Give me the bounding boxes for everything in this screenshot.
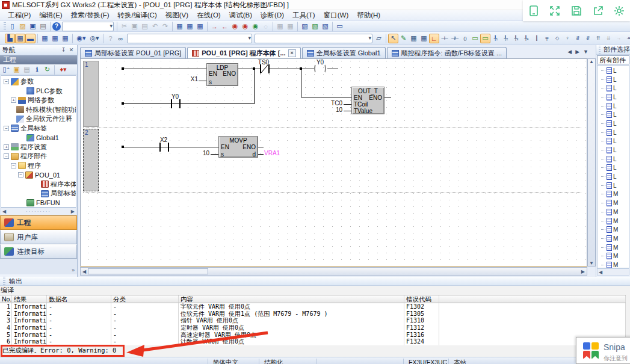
- remote-operation-icon[interactable]: ▭: [335, 22, 345, 31]
- dev-grid-icon[interactable]: ▦: [50, 34, 60, 43]
- capture-window-icon[interactable]: [528, 5, 540, 17]
- tree-item-network-parameter[interactable]: + 网络参数: [1, 96, 76, 105]
- parts-list-item[interactable]: M: [598, 217, 629, 226]
- device-comment-icon[interactable]: ▦: [174, 22, 185, 31]
- close-branch-icon[interactable]: ╀₂: [501, 34, 511, 43]
- select-mode-icon[interactable]: ↖: [388, 34, 398, 43]
- parts-list-item[interactable]: L: [598, 155, 629, 164]
- close-icon[interactable]: ✕: [67, 46, 75, 54]
- tab-program-body[interactable]: POU_01 [PRG] 程序本体 [... ×: [187, 47, 300, 58]
- menu-item[interactable]: 搜索/替换(F): [67, 10, 114, 21]
- column-header[interactable]: No.: [0, 295, 12, 303]
- parts-list-item[interactable]: L: [598, 93, 629, 102]
- expander-icon[interactable]: +: [11, 97, 16, 103]
- parts-list-item[interactable]: M: [598, 199, 629, 208]
- inline-st-icon[interactable]: ⇈: [593, 34, 603, 43]
- tree-horizontal-scrollbar[interactable]: ◀·········▶: [1, 208, 76, 215]
- open-branch-icon[interactable]: ╀₁: [490, 34, 501, 43]
- parts-list-item[interactable]: L: [598, 137, 629, 146]
- snipaste-notification[interactable]: Snipa 你注意到: [576, 337, 630, 364]
- save-image-icon[interactable]: [570, 5, 582, 17]
- dev-comment-icon[interactable]: ▦: [40, 34, 50, 43]
- window-combo[interactable]: [62, 22, 114, 31]
- expander-icon[interactable]: −: [18, 172, 23, 177]
- rising-pulse-icon[interactable]: ◇: [552, 34, 562, 43]
- parallel-close-icon[interactable]: ╀₄: [521, 34, 531, 43]
- device-label-tc0[interactable]: TC0: [324, 100, 342, 106]
- module-config-icon[interactable]: ▦: [15, 34, 25, 43]
- new-data-icon[interactable]: ▯⁺: [1, 65, 11, 75]
- nav-button-user-library[interactable]: 用户库: [0, 230, 77, 244]
- label-box-icon[interactable]: ▭: [480, 34, 490, 43]
- column-header[interactable]: 内容: [179, 295, 404, 303]
- menu-item[interactable]: 诊断(D): [256, 10, 288, 21]
- zoom-find-dropdown-icon[interactable]: ◎▾: [88, 34, 101, 43]
- parts-list-item[interactable]: M: [598, 243, 629, 252]
- table-row[interactable]: 3 Information - - 指针 VAR用 使用0点 F1310: [0, 317, 626, 324]
- parts-list-item[interactable]: L: [598, 110, 629, 119]
- parts-list-item[interactable]: L: [598, 119, 629, 128]
- tree-item-local-label[interactable]: 局部标签: [1, 189, 76, 199]
- menu-item[interactable]: 工具(T): [288, 10, 320, 21]
- expander-icon[interactable]: −: [11, 163, 16, 168]
- tree-item-pou01[interactable]: − POU_01: [1, 170, 76, 180]
- parts-list-item[interactable]: L: [598, 181, 629, 190]
- tree-item-program-setting[interactable]: + 程序设置: [1, 143, 76, 152]
- dev-list-icon[interactable]: ▦: [60, 34, 70, 43]
- toolbar-grip[interactable]: [4, 22, 6, 31]
- parts-list-item[interactable]: L: [598, 172, 629, 181]
- menu-item[interactable]: 视图(V): [161, 10, 193, 21]
- tree-item-global-device-comment[interactable]: 全局软元件注释: [1, 114, 76, 124]
- help2-icon[interactable]: ?: [105, 34, 116, 43]
- value-label-10[interactable]: 10: [199, 150, 209, 156]
- parts-list-item[interactable]: L: [598, 128, 629, 137]
- tree-item-global1[interactable]: Global1: [1, 133, 76, 143]
- comment-display-icon[interactable]: ▧: [300, 22, 310, 31]
- column-header[interactable]: 数据名: [47, 295, 111, 303]
- write-to-plc-icon[interactable]: →: [209, 22, 220, 31]
- device-label-x2[interactable]: X2: [155, 137, 173, 143]
- parts-list-item[interactable]: M: [598, 251, 629, 261]
- settings-gear-icon[interactable]: [613, 5, 625, 17]
- menu-item[interactable]: 转换/编译(C): [114, 10, 161, 21]
- outt-function-block[interactable]: OUT_T EN ENO TCoil TValue: [351, 87, 384, 114]
- parts-list-item[interactable]: L: [598, 146, 629, 155]
- tree-item-program-parts[interactable]: − 程序部件: [1, 152, 76, 161]
- tree-item-plc-parameter[interactable]: PLC参数: [1, 87, 76, 96]
- docking-window-icon[interactable]: ▬: [25, 34, 36, 43]
- refresh-icon[interactable]: ↻: [42, 65, 52, 75]
- coil-icon[interactable]: ( ): [460, 34, 470, 43]
- editor-vertical-scrollbar[interactable]: ▲▼: [587, 58, 596, 267]
- parts-list-item[interactable]: L: [598, 75, 629, 84]
- paste-data-icon[interactable]: ▤: [22, 65, 32, 75]
- table-row[interactable]: 2 Information - - 位软元件 VAR用 使用1点 (范围 M76…: [0, 310, 626, 318]
- tab-list-icon[interactable]: ▼: [583, 49, 588, 55]
- parts-list-item[interactable]: M: [598, 225, 629, 234]
- menu-item[interactable]: 帮助(H): [353, 10, 384, 21]
- device-label-ts0[interactable]: TS0: [254, 59, 273, 66]
- parts-list-item[interactable]: M: [598, 261, 629, 268]
- device-test1-icon[interactable]: ▦: [275, 22, 285, 31]
- menu-item[interactable]: 调试(B): [225, 10, 256, 21]
- tree-item-program-body[interactable]: 程序本体: [1, 180, 76, 190]
- tab-close-icon[interactable]: ×: [288, 49, 296, 57]
- copy-data-icon[interactable]: ▣: [11, 65, 22, 75]
- parts-list-item[interactable]: M: [598, 190, 629, 199]
- menu-item[interactable]: 在线(O): [193, 10, 225, 21]
- device-display-dropdown-icon[interactable]: ◉▾: [75, 34, 88, 43]
- auto-comment-icon[interactable]: ▦: [419, 34, 429, 43]
- panel-grip[interactable]: [3, 277, 5, 285]
- find-combo[interactable]: [127, 34, 252, 43]
- program-verify-icon[interactable]: ◉: [240, 22, 250, 31]
- save-icon[interactable]: ▣: [28, 22, 38, 31]
- guided-mode-icon[interactable]: ▦: [409, 34, 419, 43]
- device-test2-icon[interactable]: ▦: [285, 22, 295, 31]
- redo-icon[interactable]: ↷: [160, 22, 170, 31]
- read-from-plc-icon[interactable]: ←: [220, 22, 230, 31]
- sort-filter-icon[interactable]: ♦▾: [57, 65, 70, 75]
- expander-icon[interactable]: −: [4, 153, 9, 159]
- menu-item[interactable]: 编辑(E): [35, 10, 66, 21]
- rung1-margin[interactable]: 1: [83, 61, 99, 127]
- parts-list-item[interactable]: L: [598, 164, 629, 173]
- device-label-y0-contact[interactable]: Y0: [166, 93, 184, 100]
